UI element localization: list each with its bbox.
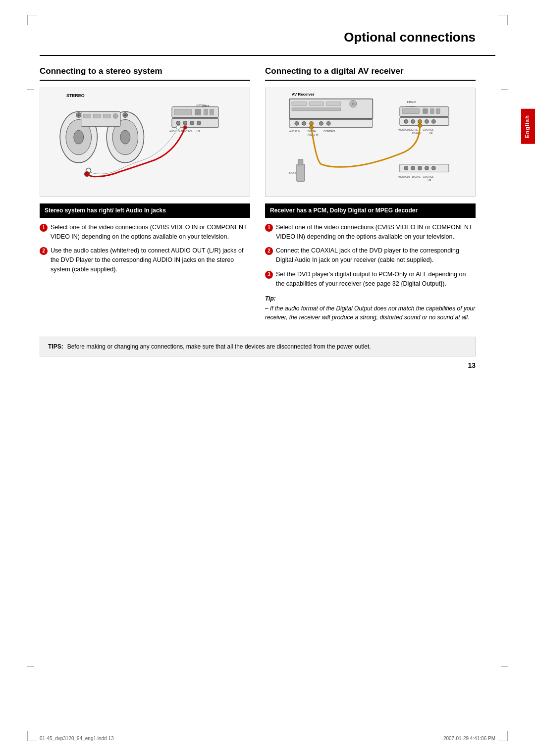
step-number-2: 2 xyxy=(40,247,48,255)
english-tab: English xyxy=(521,109,535,144)
footer: 01-45_dvp3120_94_eng1.indd 13 2007-01-29… xyxy=(40,736,535,741)
svg-rect-13 xyxy=(93,114,101,118)
svg-text:L/R: L/R xyxy=(429,132,432,135)
svg-rect-85 xyxy=(298,159,303,165)
step-number-1: 1 xyxy=(40,224,48,232)
right-step-number-2: 2 xyxy=(265,247,273,255)
svg-point-77 xyxy=(418,166,422,170)
svg-point-10 xyxy=(124,114,126,116)
side-mark-lb xyxy=(27,666,34,667)
corner-mark-bl xyxy=(27,731,37,741)
svg-rect-14 xyxy=(103,114,110,118)
svg-point-71 xyxy=(418,123,422,127)
svg-rect-47 xyxy=(423,109,428,114)
svg-text:L/R: L/R xyxy=(197,130,201,133)
svg-point-27 xyxy=(197,121,201,125)
svg-rect-38 xyxy=(309,102,324,106)
svg-text:AV Receiver: AV Receiver xyxy=(292,92,315,97)
svg-point-25 xyxy=(183,121,187,125)
right-section-title: Connecting to a digital AV receiver xyxy=(265,66,476,81)
av-receiver-diagram: AV Receiver FIBER DIGITAL xyxy=(265,88,476,197)
tips-text: Before making or changing any connection… xyxy=(67,342,371,351)
svg-text:CONTROL: CONTROL xyxy=(423,176,434,178)
two-column-layout: Connecting to a stereo system STEREO xyxy=(40,66,476,322)
svg-rect-17 xyxy=(174,109,192,115)
right-sub-heading: Receiver has a PCM, Dolby Digital or MPE… xyxy=(265,203,476,218)
svg-point-72 xyxy=(310,125,314,129)
left-sub-heading: Stereo system has right/ left Audio In j… xyxy=(40,203,250,218)
right-step-number-3: 3 xyxy=(265,271,273,279)
svg-point-8 xyxy=(120,130,130,144)
svg-rect-12 xyxy=(84,114,91,118)
side-mark-lt xyxy=(27,89,34,90)
left-step-2-text: Use the audio cables (white/red) to conn… xyxy=(51,246,250,274)
right-step-number-1: 1 xyxy=(265,224,273,232)
left-column: Connecting to a stereo system STEREO xyxy=(40,66,250,322)
svg-text:AUDIO IN: AUDIO IN xyxy=(289,130,300,133)
svg-point-51 xyxy=(295,121,299,125)
svg-text:DIGITAL: DIGITAL xyxy=(410,129,418,131)
svg-point-33 xyxy=(176,125,180,129)
svg-point-61 xyxy=(404,120,408,124)
svg-rect-39 xyxy=(326,102,341,106)
left-step-2: 2 Use the audio cables (white/red) to co… xyxy=(40,246,250,274)
svg-rect-19 xyxy=(204,109,208,115)
left-step-1-text: Select one of the video connections (CVB… xyxy=(51,223,250,242)
svg-rect-18 xyxy=(195,109,201,115)
svg-text:FIBER: FIBER xyxy=(407,101,416,103)
svg-point-15 xyxy=(113,114,118,119)
page-container: English Optional connections Connecting … xyxy=(0,0,535,756)
svg-text:COAXIAL: COAXIAL xyxy=(412,132,422,135)
svg-point-53 xyxy=(310,121,314,125)
left-steps-list: 1 Select one of the video connections (C… xyxy=(40,223,250,274)
svg-text:CONTROL: CONTROL xyxy=(423,129,434,131)
svg-text:STEREO: STEREO xyxy=(66,93,85,98)
svg-point-32 xyxy=(85,172,90,177)
corner-mark-tr xyxy=(498,15,508,25)
svg-point-26 xyxy=(190,121,194,125)
left-step-1: 1 Select one of the video connections (C… xyxy=(40,223,250,242)
side-mark-rb xyxy=(501,666,508,667)
svg-point-64 xyxy=(425,120,428,124)
svg-rect-37 xyxy=(292,102,307,106)
svg-text:DIGITAL: DIGITAL xyxy=(202,104,210,107)
svg-text:AUDIO OUT: AUDIO OUT xyxy=(398,129,410,131)
svg-point-34 xyxy=(183,125,187,129)
page-title: Optional connections xyxy=(40,30,495,56)
svg-rect-46 xyxy=(402,109,420,114)
right-column: Connecting to a digital AV receiver AV R… xyxy=(265,66,476,322)
svg-rect-42 xyxy=(292,108,341,111)
tip-section: Tip: – If the audio format of the Digita… xyxy=(265,295,476,322)
right-step-2: 2 Connect the COAXIAL jack of the DVD pl… xyxy=(265,246,476,265)
svg-rect-48 xyxy=(430,109,434,114)
right-step-1: 1 Select one of the video connections (C… xyxy=(265,223,476,242)
svg-point-56 xyxy=(319,121,323,125)
right-step-3: 3 Set the DVD player's digital output to… xyxy=(265,270,476,289)
tips-label: TIPS: xyxy=(48,342,63,351)
svg-point-57 xyxy=(326,121,330,125)
page-number: 13 xyxy=(40,361,476,369)
corner-mark-tl xyxy=(27,15,37,25)
svg-text:AUDIO OUT: AUDIO OUT xyxy=(398,176,410,178)
svg-point-75 xyxy=(404,166,408,170)
svg-point-41 xyxy=(352,102,355,105)
svg-point-24 xyxy=(176,121,180,125)
footer-left: 01-45_dvp3120_94_eng1.indd 13 xyxy=(40,736,114,741)
svg-point-62 xyxy=(411,120,415,124)
svg-point-5 xyxy=(78,114,80,116)
right-step-2-text: Connect the COAXIAL jack of the DVD play… xyxy=(276,246,476,265)
svg-text:L/R: L/R xyxy=(428,179,431,182)
right-steps-list: 1 Select one of the video connections (C… xyxy=(265,223,476,289)
tip-label: Tip: xyxy=(265,295,476,302)
stereo-diagram: STEREO xyxy=(40,88,250,197)
svg-text:DIGITAL: DIGITAL xyxy=(412,176,421,178)
svg-point-65 xyxy=(431,120,435,124)
right-step-3-text: Set the DVD player's digital output to P… xyxy=(276,270,476,289)
svg-point-78 xyxy=(425,166,428,170)
side-mark-rt xyxy=(501,89,508,90)
svg-text:CONTROL: CONTROL xyxy=(323,130,335,133)
svg-rect-84 xyxy=(297,164,305,182)
svg-point-52 xyxy=(302,121,306,125)
tip-text: – If the audio format of the Digital Out… xyxy=(265,304,476,322)
right-step-1-text: Select one of the video connections (CVB… xyxy=(276,223,476,242)
